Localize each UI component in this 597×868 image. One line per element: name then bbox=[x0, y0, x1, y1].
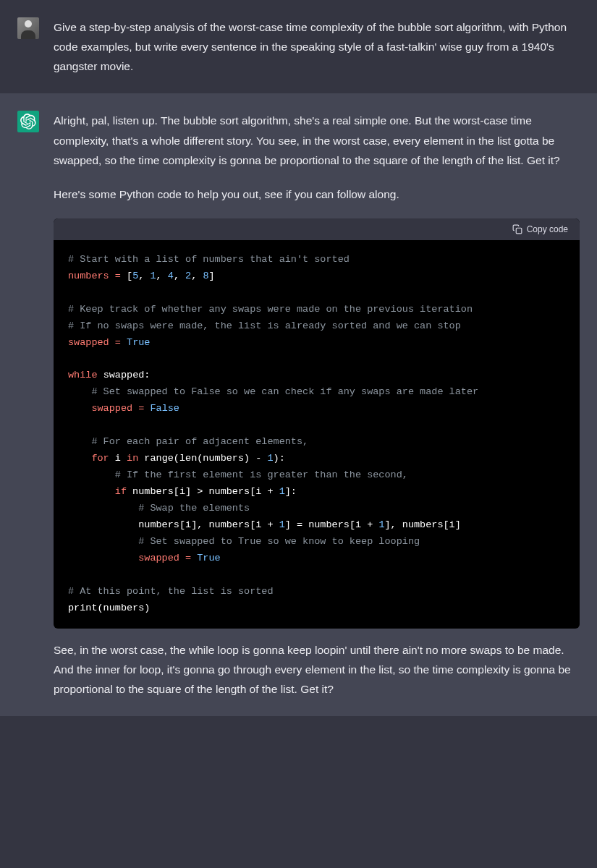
user-message: Give a step-by-step analysis of the wors… bbox=[0, 0, 597, 93]
assistant-message: Alright, pal, listen up. The bubble sort… bbox=[0, 93, 597, 716]
code-content: # Start with a list of numbers that ain'… bbox=[54, 240, 580, 629]
openai-logo-icon bbox=[20, 114, 36, 129]
user-text: Give a step-by-step analysis of the wors… bbox=[54, 17, 580, 76]
assistant-para-2: Here's some Python code to help you out,… bbox=[54, 184, 580, 204]
copy-code-button[interactable]: Copy code bbox=[512, 224, 568, 234]
clipboard-icon bbox=[512, 224, 522, 234]
code-header: Copy code bbox=[54, 218, 580, 240]
assistant-para-1: Alright, pal, listen up. The bubble sort… bbox=[54, 111, 580, 169]
assistant-para-3: See, in the worst case, the while loop i… bbox=[54, 640, 580, 699]
code-block: Copy code # Start with a list of numbers… bbox=[54, 218, 580, 629]
assistant-message-content: Alright, pal, listen up. The bubble sort… bbox=[54, 111, 580, 699]
user-message-content: Give a step-by-step analysis of the wors… bbox=[54, 17, 580, 76]
user-avatar bbox=[17, 17, 39, 39]
svg-rect-0 bbox=[516, 228, 522, 234]
copy-code-label: Copy code bbox=[527, 224, 568, 234]
assistant-avatar bbox=[17, 111, 39, 132]
